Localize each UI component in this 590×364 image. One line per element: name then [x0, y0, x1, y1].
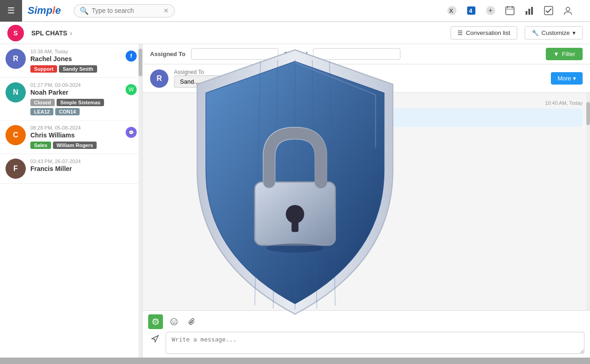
notification-icon-button[interactable]: 4	[463, 2, 480, 19]
chat-name: Chris Williams	[30, 131, 121, 139]
breadcrumb-arrow-icon: ›	[70, 29, 72, 37]
svg-point-16	[171, 318, 177, 325]
search-input[interactable]	[92, 7, 163, 14]
filter-button[interactable]: ▼ Filter	[546, 48, 583, 60]
avatar: C	[6, 125, 26, 145]
chart-icon-button[interactable]	[521, 2, 538, 19]
svg-point-14	[566, 7, 570, 11]
whatsapp-channel-icon: W	[126, 84, 137, 95]
message-tool-button[interactable]	[148, 314, 163, 329]
customize-button[interactable]: 🔧 Customize ▾	[525, 26, 583, 40]
chat-time: 08:28 PM, 05-08-2024	[30, 125, 121, 131]
channel-label: Channel	[284, 51, 307, 57]
avatar: F	[6, 159, 26, 179]
conversation-list-button[interactable]: ☰ Conversation list	[451, 26, 517, 40]
message-bubble: message and appreciate your int...	[280, 108, 583, 127]
list-item[interactable]: R 10:38 AM, Today Rachel Jones Support S…	[0, 44, 142, 78]
user-icon-button[interactable]	[560, 2, 576, 19]
message-timestamp: 10:40 AM, Today	[150, 100, 583, 106]
emoji-tool-button[interactable]	[167, 314, 181, 329]
right-panel: Assigned To Channel ▼ Filter R Assigned …	[143, 44, 590, 358]
tag-label: CON14	[55, 108, 80, 115]
assigned-to-select[interactable]: Sand...	[174, 75, 229, 88]
svg-rect-11	[528, 9, 530, 15]
svg-point-18	[175, 321, 176, 322]
conv-avatar: R	[150, 69, 168, 88]
x-icon-button[interactable]: X	[444, 2, 460, 19]
avatar: N	[6, 82, 26, 102]
chat-tags: Support Sandy Smith	[30, 65, 121, 73]
search-bar: 🔍 ✕	[74, 4, 175, 17]
send-button[interactable]	[148, 332, 162, 347]
tag-agent: William Rogers	[53, 142, 97, 149]
more-button[interactable]: More ▾	[551, 72, 583, 85]
calendar-icon-button[interactable]	[502, 2, 518, 19]
hamburger-button[interactable]: ☰	[0, 0, 22, 22]
chat-time: 01:27 PM, 03-09-2024	[30, 82, 121, 88]
chat-time: 10:38 AM, Today	[30, 49, 121, 54]
tag-support: Support	[30, 65, 57, 73]
logo-text: Simple	[28, 5, 61, 17]
svg-text:X: X	[449, 7, 453, 14]
message-input[interactable]	[166, 332, 584, 354]
topbar: ☰ Simple 🔍 ✕ X 4 +	[0, 0, 590, 22]
main-area: R 10:38 AM, Today Rachel Jones Support S…	[0, 44, 590, 358]
svg-text:4: 4	[469, 7, 473, 14]
attach-tool-button[interactable]	[185, 314, 200, 329]
svg-rect-10	[526, 11, 527, 15]
chat-list-panel: R 10:38 AM, Today Rachel Jones Support S…	[0, 44, 143, 358]
search-clear-icon[interactable]: ✕	[163, 7, 169, 14]
message-toolbar	[148, 314, 584, 329]
assigned-to-input[interactable]	[191, 48, 278, 60]
svg-point-17	[173, 321, 174, 322]
facebook-channel-icon: f	[126, 51, 137, 62]
search-icon: 🔍	[80, 6, 89, 15]
svg-rect-12	[531, 7, 533, 15]
svg-rect-6	[506, 7, 514, 15]
chat-tags: Closed Simple Sistemas LEA12 CON14	[30, 99, 121, 115]
conv-header: R Assigned To Sand... More ▾	[143, 64, 590, 93]
tasks-icon-button[interactable]	[540, 2, 557, 19]
subbar: S SPL CHATS › ☰ Conversation list 🔧 Cust…	[0, 22, 590, 44]
chevron-down-icon: ▾	[573, 75, 576, 82]
list-item[interactable]: F 03:43 PM, 26-07-2024 Francis Miller	[0, 154, 142, 184]
tag-sales: Sales	[30, 142, 51, 149]
svg-text:+: +	[488, 6, 492, 14]
messages-area: 10:40 AM, Today message and appreciate y…	[143, 93, 590, 310]
tag-agent: Sandy Smith	[59, 65, 97, 73]
list-icon: ☰	[457, 29, 463, 36]
tag-label: LEA12	[30, 108, 53, 115]
list-item[interactable]: C 08:28 PM, 05-08-2024 Chris Williams Sa…	[0, 120, 142, 154]
channel-input[interactable]	[313, 48, 400, 60]
list-scrollbar	[139, 44, 142, 358]
filter-row: Assigned To Channel ▼ Filter	[143, 44, 590, 64]
chat-name: Rachel Jones	[30, 55, 121, 63]
add-button[interactable]: +	[482, 2, 499, 19]
breadcrumb: SPL CHATS ›	[31, 29, 72, 37]
menu-icon: ☰	[7, 6, 15, 16]
message-input-area	[143, 310, 590, 358]
logo: Simple	[22, 5, 66, 17]
assigned-to-field-label: Assigned To	[174, 69, 229, 75]
svg-rect-13	[544, 6, 553, 15]
bottom-bar	[0, 358, 590, 364]
chat-time: 03:43 PM, 26-07-2024	[30, 159, 137, 164]
chat-tags: Sales William Rogers	[30, 142, 121, 149]
chat-name: Francis Miller	[30, 165, 137, 172]
avatar: R	[6, 49, 26, 69]
message-channel-icon: 💬	[126, 127, 137, 138]
breadcrumb-label: SPL CHATS	[31, 29, 67, 37]
user-avatar: S	[7, 25, 24, 41]
topbar-icons: X 4 +	[444, 2, 584, 19]
avatar-initial: S	[13, 29, 17, 37]
list-item[interactable]: N 01:27 PM, 03-09-2024 Noah Parker Close…	[0, 78, 142, 120]
tag-agent: Simple Sistemas	[57, 99, 104, 106]
filter-icon: ▼	[553, 51, 559, 57]
tag-closed: Closed	[30, 99, 55, 106]
messages-scrollbar	[586, 93, 590, 310]
wrench-icon: 🔧	[532, 29, 539, 36]
chevron-down-icon: ▾	[573, 29, 576, 36]
assigned-to-label: Assigned To	[150, 51, 185, 57]
chat-name: Noah Parker	[30, 89, 121, 96]
